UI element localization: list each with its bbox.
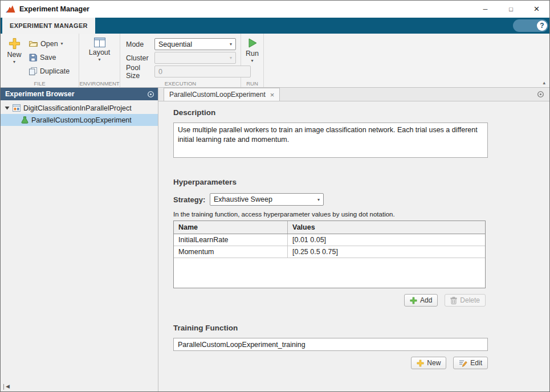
document-actions-icon[interactable]	[537, 91, 544, 98]
open-folder-icon	[29, 40, 38, 47]
open-button[interactable]: Open ▾	[26, 38, 73, 50]
expand-caret-icon[interactable]	[5, 105, 10, 111]
help-icon: ?	[537, 21, 547, 31]
minimize-button[interactable]: ─	[472, 1, 498, 18]
duplicate-icon	[29, 67, 37, 75]
cell-name[interactable]: Momentum	[174, 246, 288, 258]
chevron-down-icon: ▾	[314, 197, 323, 202]
mode-select[interactable]: Sequential ▾	[154, 38, 236, 50]
cluster-label: Cluster	[126, 54, 154, 62]
close-tab-icon[interactable]: ×	[270, 91, 275, 99]
description-textarea[interactable]: Use multiple parallel workers to train a…	[173, 122, 488, 158]
ribbon-section-file: New ▾ Open ▾	[1, 34, 79, 87]
toolstrip-tabbar: EXPERIMENT MANAGER ?	[1, 18, 549, 34]
section-label-environment: ENVIRONMENT	[79, 80, 120, 87]
column-header-values: Values	[288, 221, 485, 234]
tree-item-project[interactable]: DigitClassificationInParallelProject	[1, 102, 158, 114]
tree-item-experiment[interactable]: ParallelCustomLoopExperiment	[1, 114, 158, 126]
new-plus-icon	[417, 360, 424, 367]
layout-button-label: Layout	[89, 48, 111, 56]
tab-experiment-document[interactable]: ParallelCustomLoopExperiment ×	[164, 88, 280, 101]
project-icon	[13, 104, 21, 112]
section-label-file: FILE	[1, 80, 79, 87]
training-function-heading: Training Function	[173, 324, 549, 332]
add-hyperparameter-button[interactable]: Add	[404, 294, 438, 307]
chevron-down-icon: ▾	[61, 42, 63, 46]
ribbon-section-run: Run ▾ RUN	[241, 34, 264, 87]
collapse-panel-button[interactable]: ◀	[3, 384, 10, 390]
hyperparameters-table[interactable]: Name Values InitialLearnRate [0.01 0.05]…	[173, 220, 486, 288]
save-icon	[29, 54, 37, 62]
new-training-button-label: New	[427, 359, 441, 367]
document-area: ParallelCustomLoopExperiment × Descripti…	[158, 88, 549, 391]
duplicate-button-label: Duplicate	[40, 67, 70, 75]
maximize-button[interactable]: □	[498, 1, 524, 18]
chevron-down-icon: ▾	[98, 58, 100, 62]
close-button[interactable]: ×	[524, 1, 549, 18]
duplicate-button[interactable]: Duplicate	[26, 65, 73, 77]
add-button-label: Add	[420, 296, 432, 304]
cluster-select: ▾	[154, 52, 236, 64]
toolstrip-ribbon: New ▾ Open ▾	[1, 34, 549, 88]
ribbon-section-execution: Mode Sequential ▾ Cluster ▾ Pool Size	[120, 34, 241, 87]
table-row[interactable]: Momentum [0.25 0.5 0.75]	[174, 246, 485, 258]
app-window: Experiment Manager ─ □ × EXPERIMENT MANA…	[0, 0, 550, 392]
table-row[interactable]: InitialLearnRate [0.01 0.05]	[174, 234, 485, 246]
ribbon-section-environment: Layout ▾ ENVIRONMENT	[79, 34, 120, 87]
cell-values[interactable]: [0.25 0.5 0.75]	[288, 246, 485, 258]
new-training-function-button[interactable]: New	[411, 357, 446, 369]
table-header-row: Name Values	[174, 221, 485, 234]
trash-icon	[450, 297, 457, 304]
save-button-label: Save	[40, 54, 56, 62]
save-button[interactable]: Save	[26, 51, 73, 63]
column-header-name: Name	[174, 221, 288, 234]
run-button-label: Run	[246, 50, 259, 58]
ribbon-spacer	[264, 34, 549, 87]
experiment-browser-title: Experiment Browser	[5, 90, 75, 98]
new-experiment-button[interactable]: New ▾	[3, 34, 26, 87]
tree-item-label: ParallelCustomLoopExperiment	[31, 116, 132, 124]
edit-training-function-button[interactable]: Edit	[453, 357, 488, 369]
layout-button[interactable]: Layout ▾	[88, 34, 111, 87]
cell-name[interactable]: InitialLearnRate	[174, 234, 288, 246]
experiment-browser-header: Experiment Browser	[1, 88, 158, 100]
run-play-icon	[247, 38, 258, 48]
training-function-input[interactable]	[173, 338, 488, 351]
strategy-select-value: Exhaustive Sweep	[214, 195, 272, 203]
edit-button-label: Edit	[470, 359, 482, 367]
layout-grid-icon	[94, 38, 105, 47]
open-button-label: Open	[40, 40, 58, 48]
hyperparameters-hint: In the training function, access hyperpa…	[173, 211, 549, 218]
chevron-down-icon: ▾	[226, 42, 235, 47]
section-label-execution: EXECUTION	[120, 80, 241, 87]
delete-hyperparameter-button: Delete	[445, 294, 486, 307]
mode-label: Mode	[126, 40, 154, 48]
section-label-run: RUN	[241, 80, 263, 87]
experiment-form: Description Use multiple parallel worker…	[158, 101, 549, 391]
panel-actions-icon[interactable]	[147, 91, 154, 98]
run-button[interactable]: Run ▾	[241, 34, 263, 87]
delete-button-label: Delete	[460, 296, 480, 304]
experiment-tree: DigitClassificationInParallelProject Par…	[1, 100, 158, 126]
new-button-label: New	[7, 51, 21, 59]
add-plus-icon	[410, 297, 417, 304]
mode-select-value: Sequential	[158, 40, 192, 48]
window-title: Experiment Manager	[19, 5, 89, 13]
chevron-down-icon: ▾	[13, 60, 15, 64]
document-tab-label: ParallelCustomLoopExperiment	[169, 91, 266, 99]
experiment-flask-icon	[21, 116, 28, 124]
help-button[interactable]: ?	[513, 19, 548, 32]
table-empty-area	[174, 258, 485, 288]
title-bar: Experiment Manager ─ □ ×	[1, 1, 549, 18]
edit-pencil-icon	[459, 360, 467, 367]
chevron-down-icon: ▾	[251, 59, 253, 63]
tab-experiment-manager[interactable]: EXPERIMENT MANAGER	[2, 18, 95, 34]
collapse-ribbon-button[interactable]: ▴	[543, 80, 545, 85]
document-tabbar: ParallelCustomLoopExperiment ×	[158, 88, 549, 101]
chevron-down-icon: ▾	[226, 55, 235, 60]
cell-values[interactable]: [0.01 0.05]	[288, 234, 485, 246]
description-heading: Description	[173, 108, 549, 117]
pool-size-label: Pool Size	[126, 64, 154, 80]
strategy-label: Strategy:	[173, 195, 210, 204]
strategy-select[interactable]: Exhaustive Sweep ▾	[210, 193, 324, 206]
